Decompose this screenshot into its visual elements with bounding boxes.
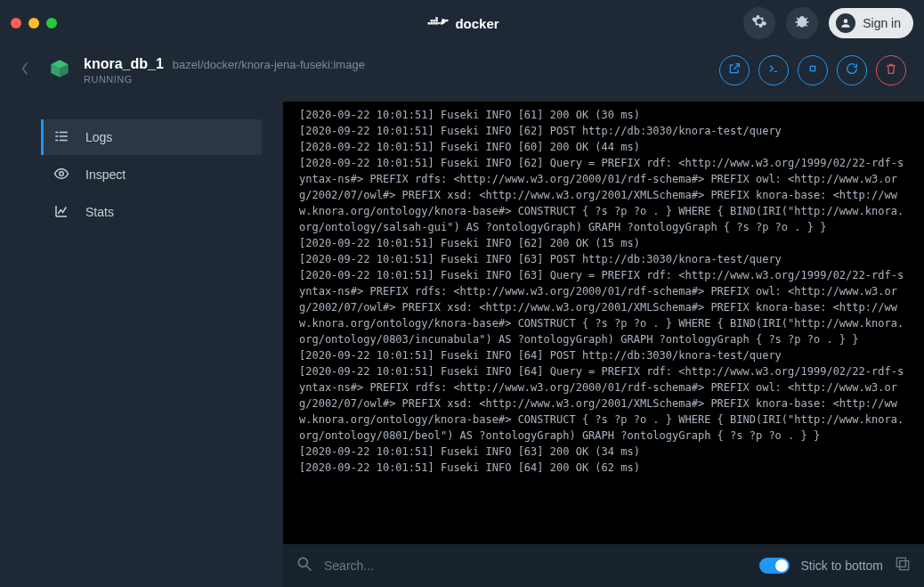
- sidebar-item-label: Stats: [85, 205, 114, 219]
- svg-rect-9: [896, 558, 905, 567]
- stick-to-bottom-toggle[interactable]: [759, 558, 790, 574]
- restart-button[interactable]: [837, 55, 867, 86]
- signin-label: Sign in: [863, 16, 901, 30]
- brand-name: docker: [455, 16, 498, 31]
- back-button[interactable]: [14, 61, 36, 79]
- external-link-icon: [727, 61, 742, 79]
- close-window-button[interactable]: [11, 18, 21, 29]
- bug-icon: [794, 13, 810, 33]
- container-status: RUNNING: [84, 74, 365, 85]
- sidebar-item-inspect[interactable]: Inspect: [41, 157, 262, 192]
- chart-icon: [53, 203, 69, 222]
- gear-icon: [751, 13, 767, 33]
- user-avatar-icon: [836, 13, 855, 33]
- signin-button[interactable]: Sign in: [829, 8, 913, 38]
- restart-icon: [845, 61, 859, 79]
- window-titlebar: docker Sign in: [0, 0, 924, 46]
- log-footer: Stick to bottom: [283, 544, 924, 587]
- maximize-window-button[interactable]: [46, 18, 57, 29]
- chevron-left-icon: [20, 61, 29, 79]
- search-icon: [296, 555, 313, 576]
- container-name: knora_db_1: [84, 56, 164, 72]
- trash-icon: [884, 61, 898, 79]
- svg-rect-4: [810, 66, 815, 70]
- stop-button[interactable]: [798, 55, 828, 86]
- sidebar-item-stats[interactable]: Stats: [41, 194, 262, 230]
- svg-point-6: [298, 558, 307, 567]
- terminal-icon: [766, 61, 781, 79]
- open-cli-button[interactable]: [758, 55, 789, 86]
- open-in-browser-button[interactable]: [719, 55, 750, 86]
- settings-button[interactable]: [743, 7, 775, 39]
- container-image: bazel/docker/knora-jena-fuseki:image: [173, 58, 365, 71]
- sidebar: Logs Inspect Stats: [0, 102, 283, 587]
- stick-to-bottom-label: Stick to bottom: [800, 558, 883, 573]
- logs-icon: [53, 128, 69, 147]
- copy-logs-button[interactable]: [894, 555, 912, 576]
- svg-line-7: [307, 567, 312, 571]
- svg-point-5: [60, 171, 64, 175]
- minimize-window-button[interactable]: [28, 18, 39, 29]
- brand-logo: docker: [425, 13, 498, 34]
- docker-whale-icon: [425, 13, 450, 34]
- container-header: knora_db_1 bazel/docker/knora-jena-fusek…: [0, 46, 924, 102]
- svg-rect-8: [900, 561, 909, 570]
- sidebar-item-label: Inspect: [85, 167, 126, 182]
- content-panel: [2020-09-22 10:01:51] Fuseki INFO [61] 2…: [283, 102, 924, 587]
- container-icon: [48, 57, 71, 84]
- delete-button[interactable]: [876, 55, 906, 86]
- troubleshoot-button[interactable]: [786, 7, 818, 39]
- sidebar-item-label: Logs: [85, 130, 112, 144]
- eye-icon: [53, 166, 69, 184]
- log-search-input[interactable]: [324, 558, 749, 573]
- window-controls: [11, 18, 57, 29]
- sidebar-item-logs[interactable]: Logs: [41, 119, 262, 155]
- log-output[interactable]: [2020-09-22 10:01:51] Fuseki INFO [61] 2…: [283, 102, 924, 544]
- copy-icon: [894, 560, 912, 575]
- stop-icon: [806, 61, 820, 79]
